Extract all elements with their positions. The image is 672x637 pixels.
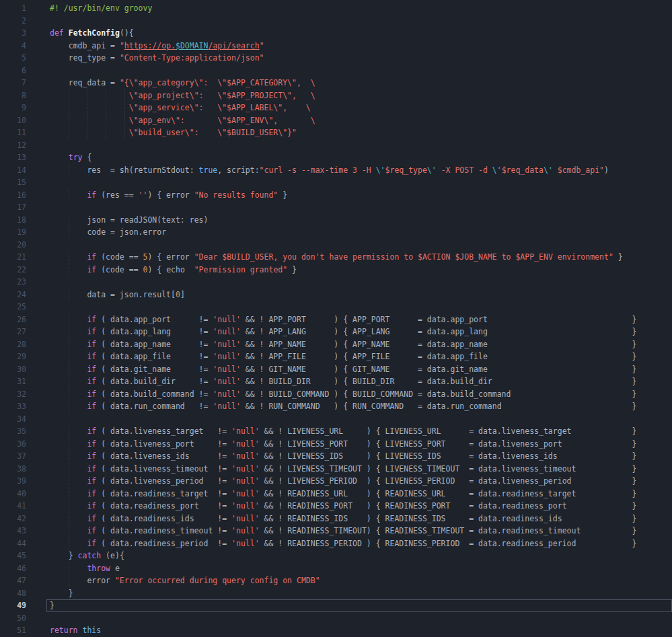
code-line[interactable]: 11 \"build_user\": \"$BUILD_USER\"}" bbox=[0, 126, 672, 139]
code-line[interactable]: 16 if (res == '') { error "No results fo… bbox=[0, 189, 672, 202]
indent-guides bbox=[50, 289, 87, 301]
code-line[interactable]: 25 bbox=[0, 301, 672, 313]
code-line-text: cmdb_api = "https://op.$DOMAIN/api/searc… bbox=[46, 40, 672, 52]
code-line[interactable]: 32 if ( data.build_command != 'null' && … bbox=[0, 388, 672, 401]
line-number: 25 bbox=[0, 301, 26, 313]
code-line-text: if ( data.build_command != 'null' && ! B… bbox=[46, 388, 672, 401]
line-number: 10 bbox=[0, 114, 26, 127]
code-line[interactable]: 18 json = readJSON(text: res) bbox=[0, 214, 672, 227]
indent-guides bbox=[50, 388, 87, 401]
line-number: 21 bbox=[0, 251, 26, 264]
line-number: 2 bbox=[0, 15, 26, 28]
code-line[interactable]: 34 bbox=[0, 413, 672, 426]
code-line[interactable]: 10 \"app_env\": \"$APP_ENV\", \ bbox=[0, 114, 672, 127]
code-line-text: if ( data.liveness_target != 'null' && !… bbox=[46, 425, 672, 438]
code-line[interactable]: 19 code = json.error bbox=[0, 226, 672, 239]
code-line-text: if ( data.readiness_ids != 'null' && ! R… bbox=[46, 513, 672, 525]
code-line-text: try { bbox=[46, 151, 672, 164]
line-number: 4 bbox=[0, 40, 26, 52]
code-line-text: if (res == '') { error "No results found… bbox=[46, 189, 672, 202]
line-number: 9 bbox=[0, 102, 26, 114]
code-line[interactable]: 21 if (code == 5) { error "Dear $BUILD_U… bbox=[0, 251, 672, 264]
code-line[interactable]: 26 if ( data.app_port != 'null' && ! APP… bbox=[0, 313, 672, 326]
line-number: 43 bbox=[0, 525, 26, 537]
code-line[interactable]: 15 bbox=[0, 176, 672, 189]
code-line-text: def FetchConfig(){ bbox=[46, 27, 672, 40]
code-line-text: if ( data.app_port != 'null' && ! APP_PO… bbox=[46, 313, 672, 326]
code-line[interactable]: 40 if ( data.readiness_target != 'null' … bbox=[0, 488, 672, 500]
code-line[interactable]: 17 bbox=[0, 201, 672, 214]
indent-guides bbox=[50, 52, 69, 65]
code-line[interactable]: 47 error "Error occurred during query co… bbox=[0, 574, 672, 587]
code-line[interactable]: 7 req_data = "{\"app_category\": \"$APP_… bbox=[0, 77, 672, 89]
code-line[interactable]: 37 if ( data.liveness_ids != 'null' && !… bbox=[0, 450, 672, 463]
code-line[interactable]: 3def FetchConfig(){ bbox=[0, 27, 672, 40]
code-line[interactable]: 35 if ( data.liveness_target != 'null' &… bbox=[0, 425, 672, 438]
line-number: 30 bbox=[0, 363, 26, 376]
code-line-text: if ( data.app_file != 'null' && ! APP_FI… bbox=[46, 350, 672, 363]
code-line[interactable]: 38 if ( data.liveness_timeout != 'null' … bbox=[0, 463, 672, 476]
code-line[interactable]: 44 if ( data.readiness_period != 'null' … bbox=[0, 537, 672, 550]
line-number: 31 bbox=[0, 375, 26, 388]
code-line[interactable]: 39 if ( data.liveness_period != 'null' &… bbox=[0, 475, 672, 488]
code-line[interactable]: 45 } catch (e){ bbox=[0, 550, 672, 562]
code-line[interactable]: 2 bbox=[0, 15, 672, 28]
indent-guides bbox=[50, 438, 87, 451]
line-number: 47 bbox=[0, 574, 26, 587]
indent-guides bbox=[50, 313, 87, 326]
code-line[interactable]: 31 if ( data.build_dir != 'null' && ! BU… bbox=[0, 375, 672, 388]
code-line[interactable]: 28 if ( data.app_name != 'null' && ! APP… bbox=[0, 338, 672, 351]
code-line[interactable]: 24 data = json.result[0] bbox=[0, 289, 672, 301]
indent-guides bbox=[50, 375, 87, 388]
code-line[interactable]: 23 bbox=[0, 276, 672, 289]
code-line[interactable]: 9 \"app_service\": \"$APP_LABEL\", \ bbox=[0, 102, 672, 114]
code-editor[interactable]: 1#! /usr/bin/env groovy2 3def FetchConfi… bbox=[0, 0, 672, 637]
current-line[interactable]: 49} bbox=[0, 599, 672, 612]
code-line[interactable]: 12 bbox=[0, 139, 672, 152]
code-line-text bbox=[46, 201, 672, 214]
indent-guides bbox=[50, 525, 87, 537]
code-line[interactable]: 51return this bbox=[0, 624, 672, 637]
code-line[interactable]: 6 bbox=[0, 65, 672, 77]
code-line[interactable]: 22 if (code == 0) { echo "Permission gra… bbox=[0, 264, 672, 276]
indent-guides bbox=[50, 226, 87, 239]
code-line[interactable]: 41 if ( data.readiness_port != 'null' &&… bbox=[0, 500, 672, 513]
line-number: 48 bbox=[0, 587, 26, 600]
line-number: 8 bbox=[0, 89, 26, 102]
editor-viewport: 1#! /usr/bin/env groovy2 3def FetchConfi… bbox=[0, 0, 672, 637]
code-line-text bbox=[46, 239, 672, 252]
code-line[interactable]: 46 throw e bbox=[0, 562, 672, 575]
code-line[interactable]: 43 if ( data.readiness_timeout != 'null'… bbox=[0, 525, 672, 537]
code-line-text: if ( data.app_name != 'null' && ! APP_NA… bbox=[46, 338, 672, 351]
code-line-text bbox=[46, 413, 672, 426]
code-line-text: if ( data.liveness_ids != 'null' && ! LI… bbox=[46, 450, 672, 463]
line-number: 38 bbox=[0, 463, 26, 476]
line-number: 12 bbox=[0, 139, 26, 152]
code-line[interactable]: 36 if ( data.liveness_port != 'null' && … bbox=[0, 438, 672, 451]
line-number: 18 bbox=[0, 214, 26, 227]
code-line[interactable]: 5 req_type = "Content-Type:application/j… bbox=[0, 52, 672, 65]
code-line[interactable]: 14 res = sh(returnStdout: true, script:"… bbox=[0, 164, 672, 177]
code-line[interactable]: 1#! /usr/bin/env groovy bbox=[0, 2, 672, 15]
code-line[interactable]: 30 if ( data.git_name != 'null' && ! GIT… bbox=[0, 363, 672, 376]
code-line[interactable]: 27 if ( data.app_lang != 'null' && ! APP… bbox=[0, 326, 672, 338]
code-line-text: } bbox=[46, 599, 672, 612]
indent-guides bbox=[50, 475, 87, 488]
indent-guides bbox=[50, 574, 87, 587]
code-line-text: if ( data.liveness_period != 'null' && !… bbox=[46, 475, 672, 488]
line-number: 14 bbox=[0, 164, 26, 177]
code-line[interactable]: 42 if ( data.readiness_ids != 'null' && … bbox=[0, 513, 672, 525]
code-line[interactable]: 50 bbox=[0, 612, 672, 625]
code-line[interactable]: 29 if ( data.app_file != 'null' && ! APP… bbox=[0, 350, 672, 363]
indent-guides bbox=[50, 102, 129, 114]
line-number: 7 bbox=[0, 77, 26, 89]
code-line-text: \"build_user\": \"$BUILD_USER\"}" bbox=[46, 126, 672, 139]
code-line[interactable]: 33 if ( data.run_command != 'null' && ! … bbox=[0, 400, 672, 413]
code-line[interactable]: 8 \"app_project\": \"$APP_PROJECT\", \ bbox=[0, 89, 672, 102]
code-line[interactable]: 48 } bbox=[0, 587, 672, 600]
line-number: 41 bbox=[0, 500, 26, 513]
line-number: 22 bbox=[0, 264, 26, 276]
code-line[interactable]: 4 cmdb_api = "https://op.$DOMAIN/api/sea… bbox=[0, 40, 672, 52]
code-line[interactable]: 20 bbox=[0, 239, 672, 252]
code-line[interactable]: 13 try { bbox=[0, 151, 672, 164]
